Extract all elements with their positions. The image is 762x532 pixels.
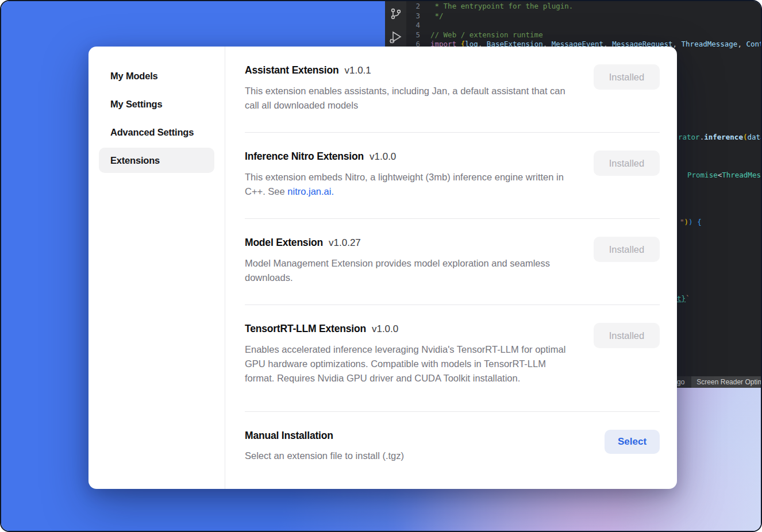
settings-sidebar: My ModelsMy SettingsAdvanced SettingsExt… — [88, 47, 225, 489]
description-text: Model Management Extension provides mode… — [245, 258, 550, 283]
extension-row: Model Extensionv1.0.27Model Management E… — [245, 219, 660, 305]
code-token: * The entrypoint for the plugin. — [430, 2, 573, 10]
app-window: 2 * The entrypoint for the plugin.3 */45… — [0, 0, 762, 532]
extension-title: TensortRT-LLM Extensionv1.0.0 — [245, 321, 577, 337]
manual-installation-row: Manual Installation Select an extension … — [245, 412, 660, 475]
code-token: inference — [704, 133, 743, 141]
code-line: 3 */ — [406, 11, 761, 21]
line-number: 5 — [406, 30, 430, 40]
code-token: " — [680, 218, 684, 226]
sidebar-item-advanced-settings[interactable]: Advanced Settings — [99, 119, 214, 145]
sidebar-item-extensions[interactable]: Extensions — [99, 148, 214, 173]
code-token: , — [737, 40, 746, 48]
extension-description: Model Management Extension provides mode… — [245, 256, 577, 285]
nitro-jan-ai-link[interactable]: nitro.jan.ai. — [287, 186, 334, 196]
code-token: ContentType — [746, 40, 761, 48]
extension-version: v1.0.27 — [329, 237, 361, 248]
extension-description: This extension enables assistants, inclu… — [245, 84, 577, 113]
code-token: Promise — [687, 171, 718, 179]
screen-reader-status[interactable]: Screen Reader Optimized — [691, 376, 762, 388]
code-line: 2 * The entrypoint for the plugin. — [406, 2, 761, 11]
extensions-panel: Assistant Extensionv1.0.1This extension … — [225, 47, 677, 489]
extension-text: Assistant Extensionv1.0.1This extension … — [245, 63, 577, 113]
description-text: Enables accelerated inference leveraging… — [245, 344, 565, 383]
code-fragment: Promise<ThreadMessage> — [687, 171, 761, 180]
extension-title: Model Extensionv1.0.27 — [245, 235, 577, 250]
extension-row: Assistant Extensionv1.0.1This extension … — [245, 47, 660, 133]
code-token: */ — [430, 11, 444, 20]
settings-modal: My ModelsMy SettingsAdvanced SettingsExt… — [88, 47, 677, 489]
code-token: { — [697, 218, 702, 226]
select-file-button[interactable]: Select — [605, 430, 660, 454]
manual-installation-description: Select an extension file to install (.tg… — [245, 449, 404, 463]
code-token: ThreadMessage — [722, 171, 761, 179]
status-left-text: go — [677, 378, 684, 386]
code-token: t} — [677, 294, 686, 303]
extension-text: Inference Nitro Extensionv1.0.0This exte… — [245, 149, 577, 199]
code-line: 5// Web / extension runtime — [406, 30, 761, 40]
extension-version: v1.0.0 — [372, 323, 398, 334]
run-debug-icon[interactable] — [388, 30, 403, 45]
description-text: This extension enables assistants, inclu… — [245, 86, 565, 110]
extension-text: TensortRT-LLM Extensionv1.0.0Enables acc… — [245, 321, 577, 385]
sidebar-item-my-models[interactable]: My Models — [99, 63, 214, 88]
extension-text: Model Extensionv1.0.27Model Management E… — [245, 235, 577, 285]
line-number: 2 — [406, 2, 430, 11]
source-control-icon[interactable] — [389, 7, 403, 21]
code-token: ` — [686, 294, 690, 303]
code-token: ThreadMessage — [682, 40, 738, 48]
installed-button[interactable]: Installed — [594, 323, 660, 348]
manual-installation-text: Manual Installation Select an extension … — [245, 428, 404, 463]
code-token: ) — [688, 218, 697, 226]
extension-title: Assistant Extensionv1.0.1 — [245, 63, 577, 78]
sidebar-item-my-settings[interactable]: My Settings — [99, 91, 214, 117]
code-token: rator — [678, 133, 700, 141]
installed-button[interactable]: Installed — [594, 151, 660, 176]
code-token: data — [747, 133, 761, 141]
extension-description: Enables accelerated inference leveraging… — [245, 342, 577, 385]
installed-button[interactable]: Installed — [594, 237, 660, 262]
code-fragment: rator.inference(data)); — [678, 133, 761, 142]
code-lines: 2 * The entrypoint for the plugin.3 */45… — [406, 2, 761, 49]
extension-title: Inference Nitro Extensionv1.0.0 — [245, 149, 577, 164]
extension-description: This extension embeds Nitro, a lightweig… — [245, 170, 577, 199]
extension-version: v1.0.1 — [344, 65, 371, 76]
extension-version: v1.0.0 — [370, 151, 396, 162]
line-number: 3 — [406, 11, 430, 21]
extension-row: TensortRT-LLM Extensionv1.0.0Enables acc… — [245, 305, 660, 412]
code-fragment: ")) { — [680, 218, 702, 228]
code-fragment: t}` — [677, 294, 690, 304]
code-token: // Web / extension runtime — [430, 30, 543, 39]
extension-row: Inference Nitro Extensionv1.0.0This exte… — [245, 133, 660, 219]
code-line: 4 — [406, 21, 761, 30]
manual-installation-title: Manual Installation — [245, 428, 404, 443]
code-token: , — [673, 40, 682, 48]
line-number: 4 — [406, 21, 430, 30]
code-token: ) — [684, 218, 689, 226]
installed-button[interactable]: Installed — [594, 64, 660, 90]
